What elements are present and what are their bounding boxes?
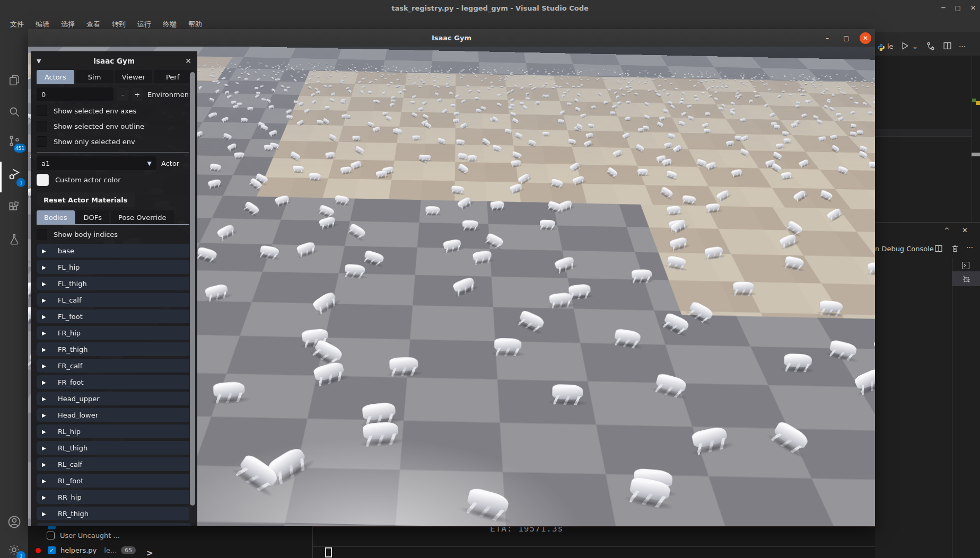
chevron-right-icon[interactable]: > [146,548,153,558]
body-item-RL_calf[interactable]: ▶RL_calf [37,457,191,471]
checkbox-2[interactable] [37,136,47,147]
run-file-icon[interactable] [900,41,909,50]
terminal-list-item-icon[interactable] [959,259,973,272]
menu-item-3[interactable]: 查看 [82,18,105,31]
account-icon[interactable] [0,509,28,535]
source-control-icon[interactable]: 451 [0,128,28,154]
tab-perf[interactable]: Perf [154,70,191,84]
menu-item-2[interactable]: 选择 [56,18,80,31]
robot [768,88,771,90]
robot [531,68,533,69]
robot [750,79,752,81]
kill-terminal-trash-icon[interactable] [951,244,959,253]
panel-close-icon[interactable]: ✕ [962,226,968,234]
breakpoint-row-uncaught[interactable]: User Uncaught ... [47,532,120,539]
robot [643,125,650,129]
checkbox-checked-icon[interactable]: ✓ [48,546,56,554]
body-item-RR_thigh[interactable]: ▶RR_thigh [37,507,191,520]
run-debug-icon[interactable]: 1 [0,162,28,187]
minimize-icon[interactable]: – [821,29,834,47]
close-icon[interactable]: ✕ [181,57,191,65]
robot [260,63,262,64]
tab-dofs[interactable]: DOFs [76,210,110,224]
body-item-FL_thigh[interactable]: ▶FL_thigh [37,277,191,290]
robot [521,69,523,71]
body-item-FR_foot[interactable]: ▶FR_foot [37,375,191,389]
menu-item-5[interactable]: 运行 [133,18,156,31]
robot [325,152,335,157]
menu-item-1[interactable]: 编辑 [31,18,54,31]
body-item-RR_calf[interactable]: ▶RR_calf [37,523,191,526]
body-item-RL_thigh[interactable]: ▶RL_thigh [37,441,191,455]
maximize-icon[interactable]: ▢ [840,29,853,47]
actor-select[interactable]: a1 ▼ [37,156,156,170]
body-item-FL_foot[interactable]: ▶FL_foot [37,309,191,323]
body-item-RR_hip[interactable]: ▶RR_hip [37,490,191,504]
maximize-icon[interactable]: ▢ [955,4,961,12]
menu-item-7[interactable]: 帮助 [183,18,207,31]
body-item-Head_upper[interactable]: ▶Head_upper [37,392,191,405]
more-actions-icon[interactable]: ⋯ [959,42,966,50]
body-item-FR_thigh[interactable]: ▶FR_thigh [37,342,191,356]
isaac-3d-viewport[interactable]: ▼ Isaac Gym ✕ ActorsSimViewerPerf 0 - + … [28,47,875,526]
tab-viewer[interactable]: Viewer [115,70,153,84]
extensions-icon[interactable] [0,194,28,220]
checkbox-0[interactable] [37,105,47,116]
tab-sim[interactable]: Sim [76,70,113,84]
panel-scrollbar[interactable] [189,72,196,524]
split-terminal-icon[interactable] [934,244,943,253]
menu-item-4[interactable]: 转到 [107,18,130,31]
robot [838,87,841,90]
robot [749,100,753,103]
robot [281,85,284,87]
terminal-more-icon[interactable]: ⋯ [966,243,973,251]
menu-item-6[interactable]: 终端 [158,18,181,31]
checkbox-checked-icon[interactable] [48,526,56,529]
terminal-list-selected-row[interactable] [952,271,980,286]
custom-actor-color-swatch[interactable] [37,174,49,186]
body-item-FL_hip[interactable]: ▶FL_hip [37,260,191,274]
checkbox-1[interactable] [37,121,47,131]
source-control-graph-icon[interactable] [926,41,935,51]
explorer-icon[interactable] [0,67,28,93]
editor-tab-label[interactable]: le [887,42,894,50]
checkbox-unchecked-icon[interactable] [47,532,55,539]
body-item-base[interactable]: ▶base [37,244,191,258]
breakpoint-row-helpers[interactable]: ✓ helpers.py le... 65 [36,546,136,554]
close-icon[interactable]: ✕ [970,4,976,12]
panel-maximize-icon[interactable]: ^ [944,226,950,234]
body-item-RL_foot[interactable]: ▶RL_foot [37,474,191,488]
environment-input[interactable]: 0 [37,87,113,101]
search-icon[interactable] [0,99,28,125]
testing-icon[interactable] [0,226,28,252]
body-item-Head_lower[interactable]: ▶Head_lower [37,408,191,422]
settings-gear-icon[interactable]: 1 [0,537,28,558]
env-increment-button[interactable]: + [132,88,143,101]
robot [719,73,721,74]
robot [241,73,243,74]
menu-item-0[interactable]: 文件 [5,18,29,31]
editor-scrollbar-thumb[interactable] [972,153,980,156]
minimize-icon[interactable]: ─ [941,4,945,12]
show-body-indices-checkbox[interactable] [37,229,47,240]
tab-actors[interactable]: Actors [37,70,74,84]
body-item-FR_calf[interactable]: ▶FR_calf [37,359,191,373]
close-icon[interactable]: ✕ [860,32,871,44]
panel-scrollbar-thumb[interactable] [190,72,195,506]
robot [622,132,630,138]
chevron-down-icon[interactable]: ⌄ [912,42,918,50]
env-decrement-button[interactable]: - [117,88,128,101]
split-editor-icon[interactable] [943,41,952,50]
robot [290,75,293,78]
breakpoint-row-clipped[interactable] [48,526,56,529]
body-item-FR_hip[interactable]: ▶FR_hip [37,326,191,340]
tab-pose-override[interactable]: Pose Override [111,210,173,224]
collapse-icon[interactable]: ▼ [37,58,47,65]
isaac-titlebar[interactable]: Isaac Gym – ▢ ✕ [28,29,875,47]
debug-console-label[interactable]: n Debug Console [875,245,934,253]
robot [766,83,768,85]
tab-bodies[interactable]: Bodies [37,210,75,224]
body-item-RL_hip[interactable]: ▶RL_hip [37,424,191,438]
body-item-FL_calf[interactable]: ▶FL_calf [37,293,191,307]
reset-actor-materials-button[interactable]: Reset Actor Materials [37,192,135,207]
